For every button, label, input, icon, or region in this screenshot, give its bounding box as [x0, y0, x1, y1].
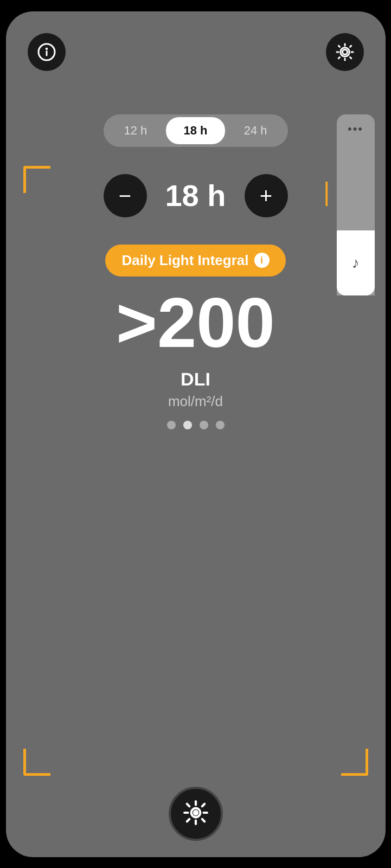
top-bar: [6, 11, 386, 82]
phone-frame: 12 h 18 h 24 h ••• ♪ |: [6, 11, 386, 857]
pagination-dots: [167, 421, 225, 429]
svg-line-13: [202, 804, 204, 806]
decrement-button[interactable]: −: [104, 174, 147, 217]
main-content: 12 h 18 h 24 h ••• ♪ |: [6, 82, 386, 857]
sun-icon: [182, 799, 209, 828]
music-icon: ♪: [352, 254, 360, 272]
minus-icon: −: [119, 185, 131, 207]
dot-4[interactable]: [216, 421, 225, 429]
svg-point-14: [194, 811, 197, 814]
bracket-bottom-right: [341, 749, 368, 776]
settings-button[interactable]: [326, 33, 364, 71]
seg-24h[interactable]: 24 h: [226, 117, 285, 144]
more-dots: •••: [348, 122, 363, 136]
more-panel: ••• ♪: [337, 114, 375, 295]
light-button[interactable]: [169, 787, 223, 841]
svg-line-8: [187, 804, 189, 806]
plus-icon: +: [260, 185, 272, 207]
hour-controls: − 18 h +: [104, 174, 288, 217]
dot-2[interactable]: [183, 421, 192, 429]
info-icon: [37, 42, 56, 62]
seg-12h[interactable]: 12 h: [106, 117, 165, 144]
dli-unit: mol/m²/d: [168, 393, 223, 410]
dli-label: DLI: [181, 369, 210, 390]
seg-18h[interactable]: 18 h: [166, 117, 225, 144]
dli-badge-text: Daily Light Integral: [121, 252, 248, 269]
svg-line-12: [187, 819, 189, 821]
orange-tick: |: [323, 177, 330, 207]
more-button[interactable]: •••: [337, 114, 375, 144]
segmented-control: 12 h 18 h 24 h: [104, 114, 288, 147]
gear-icon: [335, 42, 355, 62]
svg-point-3: [342, 49, 347, 54]
dli-info-icon: i: [254, 253, 270, 268]
dli-value: >200: [116, 287, 275, 358]
increment-button[interactable]: +: [245, 174, 288, 217]
hour-value: 18 h: [163, 178, 228, 213]
info-button[interactable]: [28, 33, 66, 71]
dli-badge[interactable]: Daily Light Integral i: [105, 245, 285, 277]
slider-thumb: ♪: [337, 230, 375, 295]
dot-3[interactable]: [200, 421, 208, 429]
bracket-bottom-left: [23, 749, 50, 776]
svg-line-9: [202, 819, 204, 821]
slider-track[interactable]: ♪: [337, 144, 375, 295]
bracket-top-left: [23, 166, 50, 193]
dot-1[interactable]: [167, 421, 176, 429]
